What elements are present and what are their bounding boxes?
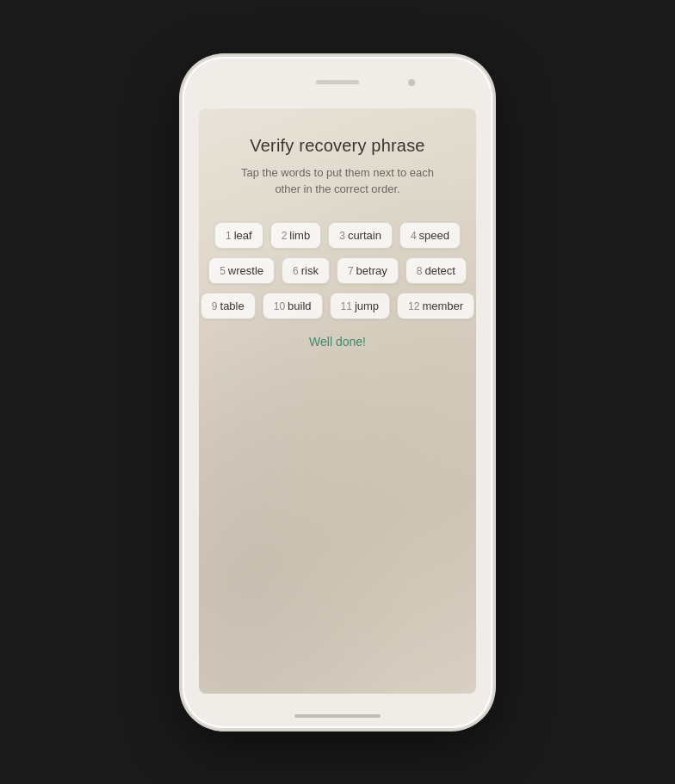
word-chip-leaf[interactable]: 1leaf xyxy=(214,222,263,249)
word-chip-table[interactable]: 9table xyxy=(201,293,256,319)
phone-top-bar xyxy=(183,57,492,108)
word-chip-detect[interactable]: 8detect xyxy=(406,257,467,284)
phone-camera xyxy=(408,79,415,86)
word-label-member: member xyxy=(422,299,463,312)
word-label-leaf: leaf xyxy=(234,229,252,242)
word-label-speed: speed xyxy=(419,229,449,242)
word-row-1: 1leaf 2limb 3curtain 4speed xyxy=(214,222,461,249)
words-container: 1leaf 2limb 3curtain 4speed 5wrestle xyxy=(216,222,459,319)
word-num-9: 9 xyxy=(212,300,218,312)
screen-content: Verify recovery phrase Tap the words to … xyxy=(199,108,476,366)
word-num-2: 2 xyxy=(282,230,288,242)
word-label-wrestle: wrestle xyxy=(228,264,263,277)
word-num-4: 4 xyxy=(411,230,417,242)
word-num-8: 8 xyxy=(417,265,423,277)
page-title: Verify recovery phrase xyxy=(250,136,424,156)
phone-screen: Verify recovery phrase Tap the words to … xyxy=(199,108,476,694)
phone-bottom xyxy=(183,711,492,728)
word-label-jump: jump xyxy=(355,299,379,312)
word-chip-jump[interactable]: 11jump xyxy=(330,293,391,319)
word-num-3: 3 xyxy=(339,230,345,242)
word-chip-risk[interactable]: 6risk xyxy=(282,257,330,284)
word-chip-member[interactable]: 12member xyxy=(397,293,474,319)
word-label-betray: betray xyxy=(356,264,387,277)
phone-frame: Verify recovery phrase Tap the words to … xyxy=(183,57,492,728)
word-label-limb: limb xyxy=(289,229,310,242)
word-chip-wrestle[interactable]: 5wrestle xyxy=(208,257,275,284)
word-label-risk: risk xyxy=(301,264,319,277)
word-num-6: 6 xyxy=(293,265,299,277)
page-subtitle: Tap the words to put them next to each o… xyxy=(234,164,441,198)
home-indicator xyxy=(294,714,381,718)
word-num-5: 5 xyxy=(220,265,226,277)
word-label-build: build xyxy=(288,299,311,312)
word-row-2: 5wrestle 6risk 7betray 8detect xyxy=(208,257,467,284)
word-num-11: 11 xyxy=(341,300,352,312)
word-chip-speed[interactable]: 4speed xyxy=(399,222,461,249)
phone-speaker xyxy=(316,80,359,84)
word-label-curtain: curtain xyxy=(348,229,381,242)
word-chip-betray[interactable]: 7betray xyxy=(337,257,399,284)
word-num-7: 7 xyxy=(348,265,354,277)
word-num-10: 10 xyxy=(274,300,285,312)
word-row-3: 9table 10build 11jump 12member xyxy=(201,293,474,319)
word-label-detect: detect xyxy=(424,264,455,277)
word-chip-curtain[interactable]: 3curtain xyxy=(328,222,393,249)
word-chip-build[interactable]: 10build xyxy=(263,293,323,319)
word-chip-limb[interactable]: 2limb xyxy=(270,222,322,249)
well-done-message: Well done! xyxy=(309,335,366,349)
word-num-12: 12 xyxy=(408,300,419,312)
word-num-1: 1 xyxy=(226,230,232,242)
word-label-table: table xyxy=(220,299,245,312)
